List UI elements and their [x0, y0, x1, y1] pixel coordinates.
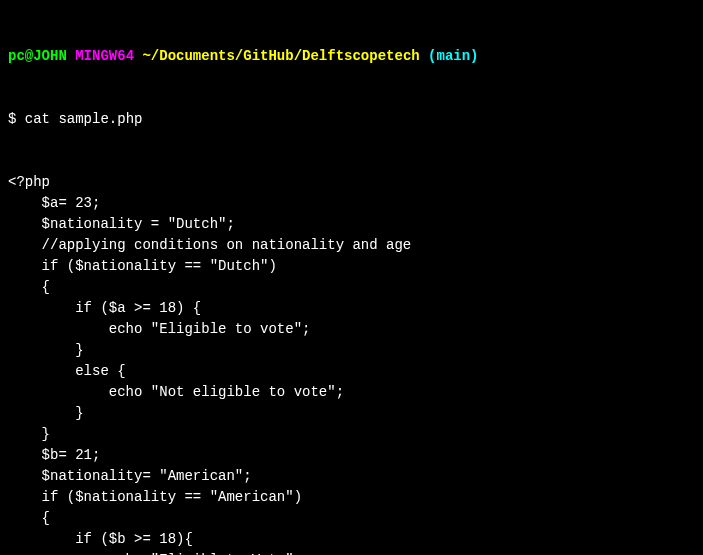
prompt-line: pc@JOHN MINGW64 ~/Documents/GitHub/Delft…	[8, 46, 695, 67]
file-output: <?php $a= 23; $nationality = "Dutch"; //…	[8, 172, 695, 555]
env-name: MINGW64	[75, 48, 134, 64]
current-path: ~/Documents/GitHub/Delftscopetech	[142, 48, 419, 64]
command-line: $ cat sample.php	[8, 109, 695, 130]
command-text: cat sample.php	[25, 111, 143, 127]
git-branch: (main)	[428, 48, 478, 64]
user-host: pc@JOHN	[8, 48, 67, 64]
terminal-window[interactable]: pc@JOHN MINGW64 ~/Documents/GitHub/Delft…	[8, 4, 695, 555]
prompt-symbol: $	[8, 111, 16, 127]
